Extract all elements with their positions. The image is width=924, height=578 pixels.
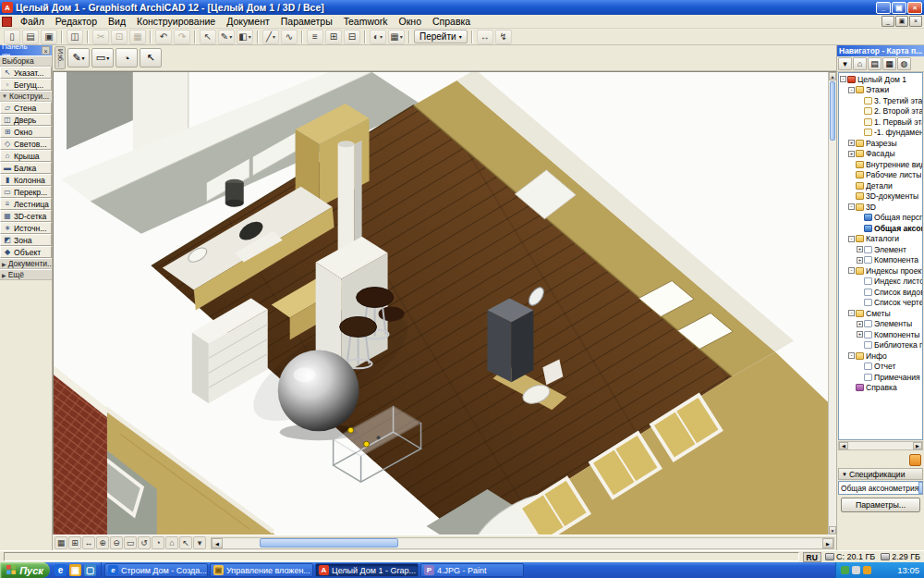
tree-expander-icon[interactable]: + <box>848 140 855 146</box>
project-map-icon[interactable]: ⌂ <box>853 57 867 70</box>
tree-item[interactable]: Рабочие листы <box>839 170 922 181</box>
tree-expander-icon[interactable]: - <box>848 310 855 316</box>
tree-expander-icon[interactable]: - <box>848 87 855 93</box>
combo-dropdown-icon[interactable]: ▼ <box>918 482 923 494</box>
layout-book-icon[interactable]: ▦ <box>882 57 896 70</box>
scroll-left-icon[interactable]: ◀ <box>212 538 223 548</box>
tree-item[interactable]: Детали <box>839 180 922 191</box>
minimize-button[interactable]: _ <box>876 2 891 14</box>
tree-scroll-right-icon[interactable]: ▶ <box>913 442 922 449</box>
slab-tool[interactable]: ▭Перекр... <box>0 186 52 198</box>
tree-expander-icon[interactable]: + <box>857 321 863 327</box>
tree-item[interactable]: Общая перспек... <box>839 213 922 224</box>
cut-icon[interactable]: ✂ <box>92 30 109 44</box>
snap-grid-icon[interactable]: ⊟ <box>344 30 360 44</box>
tree-item[interactable]: -Каталоги <box>839 234 922 245</box>
antivirus-tray-icon[interactable] <box>841 566 849 574</box>
scroll-down-icon[interactable]: ▼ <box>829 526 836 535</box>
mdi-minimize-button[interactable]: _ <box>881 16 894 27</box>
vertical-scrollbar[interactable]: ▲ ▼ <box>828 72 836 535</box>
skylight-tool[interactable]: ◇Светов... <box>0 138 52 150</box>
save-project-icon[interactable]: ▣ <box>41 30 57 44</box>
menu-item[interactable]: Файл <box>15 16 50 27</box>
show-desktop-icon[interactable]: ▢ <box>84 564 96 576</box>
column-tool[interactable]: ▮Колонна <box>0 174 52 186</box>
ie-quick-launch-icon[interactable]: e <box>55 564 67 576</box>
mdi-restore-button[interactable]: ▣ <box>895 16 908 27</box>
toolbox-section-header[interactable]: ▶Ещё <box>0 269 52 280</box>
copy-icon[interactable]: ⊡ <box>111 30 128 44</box>
tree-item[interactable]: Список видов <box>839 287 922 298</box>
tree-item[interactable]: Примечания и з... <box>839 372 922 383</box>
mesh-tool[interactable]: ▦3D-сетка <box>0 210 52 222</box>
marquee-3d-tool-icon[interactable]: ▭ <box>91 48 114 68</box>
tree-item[interactable]: Список чертежей <box>839 298 922 309</box>
markup-tool-icon[interactable]: ✎ <box>67 48 90 68</box>
menu-item[interactable]: Конструирование <box>131 16 221 27</box>
tree-expander-icon[interactable]: - <box>840 76 846 82</box>
tree-item[interactable]: 3. Третий этаж <box>839 95 922 106</box>
volume-tray-icon[interactable] <box>852 566 860 574</box>
layout-options-icon[interactable]: ▦ <box>388 30 405 44</box>
coordinates-icon[interactable]: ⊞ <box>68 536 81 549</box>
task-button[interactable]: P4.JPG - Paint <box>420 563 524 577</box>
favorites-tab[interactable]: Изб... <box>55 46 66 69</box>
orbit-tool-icon[interactable]: ◔ <box>116 48 138 68</box>
task-button[interactable]: ▣Управление вложен... <box>210 563 313 577</box>
arrow-tool-icon[interactable]: ↖ <box>200 30 216 44</box>
tree-item[interactable]: Внутренние виды <box>839 159 922 170</box>
line-tool-icon[interactable]: ╱ <box>262 30 279 44</box>
tree-item[interactable]: -1. фундамент <box>839 128 922 139</box>
menu-item[interactable]: Teamwork <box>338 16 394 27</box>
tree-item[interactable]: -Индексы проекта <box>839 265 922 277</box>
tree-item[interactable]: -Сметы <box>839 308 922 319</box>
fit-in-window-icon[interactable]: ⌂ <box>165 536 178 549</box>
close-button[interactable]: × <box>907 2 922 14</box>
tree-expander-icon[interactable]: + <box>857 331 863 338</box>
undo-icon[interactable]: ↶ <box>155 30 172 44</box>
toolbox-close-icon[interactable]: × <box>42 46 50 55</box>
tree-scroll-left-icon[interactable]: ◀ <box>839 442 848 449</box>
menu-item[interactable]: Параметры <box>275 16 338 27</box>
navigator-tree-scrollbar[interactable]: ◀ ▶ <box>838 441 923 450</box>
door-tool[interactable]: ◫Дверь <box>0 114 52 126</box>
menu-item[interactable]: Редактор <box>50 16 103 27</box>
beam-tool[interactable]: ▬Балка <box>0 162 52 174</box>
tree-item[interactable]: +Элементы <box>839 319 922 330</box>
taskbar-clock[interactable]: 13:05 <box>897 565 919 575</box>
tree-expander-icon[interactable]: - <box>848 203 855 210</box>
tree-item[interactable]: -3D <box>839 202 922 213</box>
parameters-button[interactable]: Параметры... <box>841 498 920 512</box>
orbit-icon[interactable]: ◔ <box>152 536 164 549</box>
tree-item[interactable]: +Разрезы <box>839 138 922 149</box>
tree-item[interactable]: 2. Второй этаж <box>839 106 922 117</box>
3d-view-canvas[interactable] <box>54 72 828 535</box>
redo-icon[interactable]: ↷ <box>174 30 190 44</box>
tree-expander-icon[interactable]: + <box>857 257 863 264</box>
tree-item[interactable]: 3D-документы <box>839 191 922 203</box>
task-button[interactable]: AЦелый Дом 1 - Grap... <box>315 563 419 577</box>
view-map-icon[interactable]: ▤ <box>868 57 881 70</box>
task-button[interactable]: eСтроим Дом - Созда... <box>104 563 208 577</box>
tree-item[interactable]: Справка <box>839 383 922 394</box>
explore-icon[interactable]: ↖ <box>179 536 192 549</box>
horizontal-scrollbar[interactable]: ◀ ▶ <box>211 537 834 549</box>
pencil-tool-icon[interactable]: ✎ <box>218 30 235 44</box>
menu-item[interactable]: Документ <box>221 16 275 27</box>
tree-expander-icon[interactable]: - <box>848 267 855 274</box>
update-tray-icon[interactable] <box>863 566 871 574</box>
roof-tool[interactable]: ⌂Крыша <box>0 150 52 162</box>
grid-snap-icon[interactable]: ▦ <box>55 536 67 549</box>
language-indicator[interactable]: RU <box>803 552 821 562</box>
vertical-scroll-thumb[interactable] <box>830 81 835 141</box>
tree-item[interactable]: -Целый Дом 1 <box>839 74 922 85</box>
zoom-menu-icon[interactable]: ▾ <box>193 536 206 549</box>
light-tool[interactable]: ∗Источн... <box>0 222 52 234</box>
tree-item[interactable]: +Компонента <box>839 255 922 266</box>
navigator-chooser-icon[interactable]: ▾ <box>838 57 852 70</box>
tree-item[interactable]: -Этажи <box>839 85 922 96</box>
tree-item[interactable]: -Инфо <box>839 350 922 362</box>
toolbox-section-header[interactable]: Выборка <box>0 55 52 67</box>
zoom-out-icon[interactable]: ⊖ <box>110 536 123 549</box>
horizontal-scroll-thumb[interactable] <box>260 538 398 547</box>
